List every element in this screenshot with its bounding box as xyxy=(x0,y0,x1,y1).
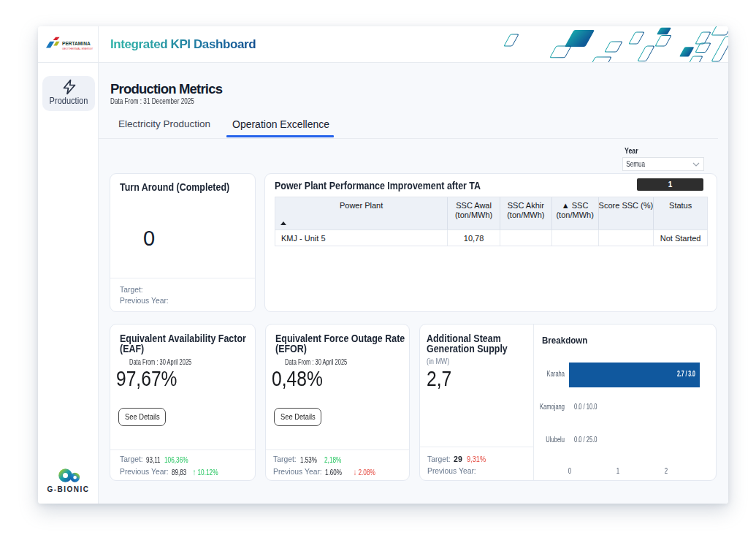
svg-text:PERTAMINA: PERTAMINA xyxy=(62,41,91,46)
svg-text:GEOTHERMAL ENERGY: GEOTHERMAL ENERGY xyxy=(62,48,93,50)
